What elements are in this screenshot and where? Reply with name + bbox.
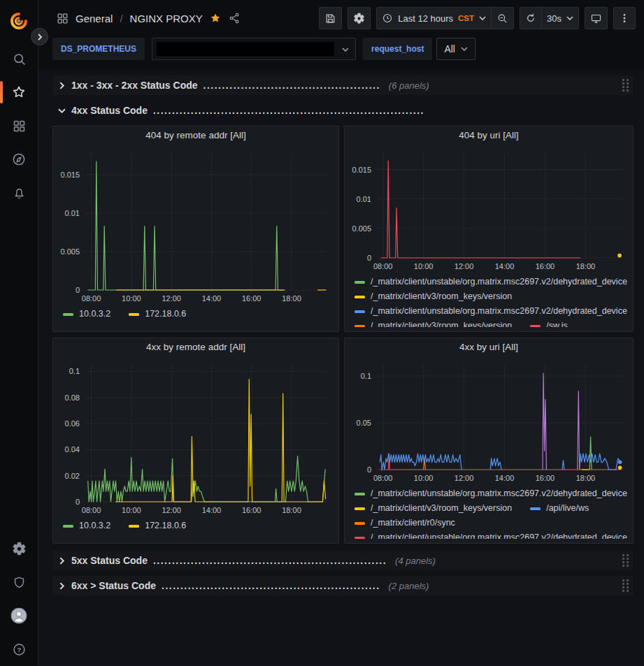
svg-text:08:00: 08:00 — [82, 506, 101, 514]
panel-legend: /_matrix/client/unstable/org.matrix.msc2… — [345, 273, 633, 327]
timeseries-chart[interactable]: 00.050.108:0010:0012:0014:0016:0018:00 — [345, 358, 633, 485]
legend-item[interactable]: /_matrix/client/unstable/org.matrix.msc2… — [355, 275, 627, 289]
legend-label: /_matrix/client/unstable/org.matrix.msc2… — [371, 530, 627, 539]
svg-text:12:00: 12:00 — [455, 474, 474, 482]
dashboard-row-5xx[interactable]: 5xx Status Code ........................… — [52, 551, 634, 570]
row-drag-handle[interactable] — [622, 78, 629, 92]
dashboard-chrome: General / NGINX PROXY — [38, 0, 644, 70]
legend-item[interactable]: /_matrix/client/unstable/org.matrix.msc2… — [355, 530, 627, 539]
chevron-down-icon — [342, 48, 349, 52]
sidebar-item-dashboards[interactable] — [0, 109, 38, 143]
datasource-variable-select[interactable] — [152, 38, 356, 60]
gear-icon — [12, 542, 27, 556]
svg-text:10:00: 10:00 — [122, 506, 141, 514]
dashboard-settings-button[interactable] — [348, 7, 371, 29]
sidebar-item-profile[interactable] — [0, 599, 38, 632]
sidebar-item-configuration[interactable] — [0, 532, 38, 565]
dashboard-row-6xx[interactable]: 6xx > Status Code ......................… — [52, 576, 634, 595]
monitor-icon — [590, 13, 602, 24]
timeseries-chart[interactable]: 00.020.040.060.080.108:0010:0012:0014:00… — [53, 358, 338, 517]
panel-title[interactable]: 404 by remote addr [All] — [53, 130, 338, 146]
legend-item[interactable]: /_matrix/client/r0/sync — [355, 516, 455, 530]
svg-text:12:00: 12:00 — [455, 262, 474, 270]
legend-label: /_matrix/client/r0/sync — [371, 516, 455, 530]
legend-item[interactable]: 10.0.3.2 — [63, 307, 110, 321]
tv-mode-button[interactable] — [585, 7, 608, 29]
sidebar-item-server-admin[interactable] — [0, 565, 38, 599]
kebab-icon — [619, 13, 630, 24]
dashboard-row-4xx[interactable]: 4xx Status Code ........................… — [52, 101, 634, 120]
sidebar-item-alerting[interactable] — [0, 176, 38, 210]
row-dots: ........................................… — [153, 555, 387, 566]
svg-text:08:00: 08:00 — [373, 474, 393, 482]
drag-dots-icon — [622, 78, 629, 92]
gear-icon — [353, 13, 365, 24]
svg-text:?: ? — [17, 646, 20, 653]
help-icon: ? — [12, 642, 27, 657]
row-title: 1xx - 3xx - 2xx Status Code — [71, 80, 198, 91]
dashboard-row-1xx-3xx-2xx[interactable]: 1xx - 3xx - 2xx Status Code ............… — [52, 75, 634, 95]
grafana-logo-icon — [8, 10, 29, 31]
kebab-menu-button[interactable] — [613, 7, 636, 29]
refresh-button[interactable] — [520, 7, 542, 29]
avatar — [10, 607, 28, 625]
breadcrumb: General / NGINX PROXY — [56, 12, 241, 25]
timeseries-chart[interactable]: 00.0050.010.01508:0010:0012:0014:0016:00… — [53, 146, 338, 305]
svg-text:0: 0 — [367, 465, 371, 474]
legend-item[interactable]: /_matrix/client/unstable/org.matrix.msc2… — [355, 304, 627, 319]
row-panel-count: (4 panels) — [395, 556, 436, 566]
legend-label: 10.0.3.2 — [79, 519, 110, 533]
svg-text:0.08: 0.08 — [65, 393, 80, 402]
legend-item[interactable]: 172.18.0.6 — [129, 519, 186, 533]
legend-item[interactable]: /sw.js — [530, 319, 568, 327]
sidebar-item-help[interactable]: ? — [0, 632, 38, 666]
legend-item[interactable]: /_matrix/client/v3/room_keys/version — [355, 319, 512, 327]
svg-text:12:00: 12:00 — [162, 294, 181, 303]
legend-item[interactable]: /_matrix/client/v3/room_keys/version — [355, 501, 512, 516]
submenu: DS_PROMETHEUS request_host All — [38, 36, 644, 66]
legend-label: /_matrix/client/unstable/org.matrix.msc2… — [371, 304, 627, 319]
legend-item[interactable]: /api/live/ws — [530, 501, 589, 516]
row-drag-handle[interactable] — [622, 579, 629, 593]
svg-text:0.02: 0.02 — [65, 472, 80, 480]
row-dots: ........................................… — [153, 105, 424, 116]
share-icon[interactable] — [228, 12, 241, 24]
sidebar-item-starred[interactable] — [0, 75, 38, 109]
panel-title[interactable]: 4xx by uri [All] — [345, 342, 633, 358]
svg-text:0.005: 0.005 — [352, 224, 371, 233]
legend-swatch — [530, 507, 541, 510]
svg-text:12:00: 12:00 — [162, 506, 181, 514]
expand-sidebar-button[interactable] — [31, 28, 48, 45]
timezone-label: CST — [458, 14, 474, 22]
toolbar: Last 12 hours CST — [319, 7, 636, 29]
timeseries-chart[interactable]: 00.0050.010.01508:0010:0012:0014:0016:00… — [345, 146, 633, 273]
svg-text:16:00: 16:00 — [242, 506, 262, 514]
svg-text:08:00: 08:00 — [373, 262, 393, 270]
favorite-star-icon[interactable] — [209, 12, 222, 24]
zoom-out-icon — [496, 13, 508, 24]
breadcrumb-section[interactable]: General — [76, 13, 113, 24]
svg-text:08:00: 08:00 — [82, 294, 101, 303]
request-host-variable-select[interactable]: All — [436, 38, 475, 60]
legend-swatch — [355, 325, 365, 328]
sidebar-item-explore[interactable] — [0, 143, 38, 176]
chevron-right-icon — [36, 34, 43, 41]
svg-text:16:00: 16:00 — [536, 474, 555, 482]
legend-item[interactable]: 10.0.3.2 — [63, 519, 110, 533]
row-drag-handle[interactable] — [622, 553, 629, 567]
legend-item[interactable]: /_matrix/client/unstable/org.matrix.msc2… — [355, 486, 627, 501]
sidebar-spacer — [0, 210, 38, 532]
svg-text:18:00: 18:00 — [282, 294, 301, 303]
panel-title[interactable]: 4xx by remote addr [All] — [53, 342, 338, 358]
legend-item[interactable]: /_matrix/client/v3/room_keys/version — [355, 289, 512, 304]
legend-label: 172.18.0.6 — [145, 307, 186, 321]
panel-title[interactable]: 404 by uri [All] — [345, 130, 633, 146]
svg-text:0.05: 0.05 — [357, 419, 371, 427]
legend-item[interactable]: 172.18.0.6 — [129, 307, 186, 321]
zoom-out-time-button[interactable] — [492, 7, 514, 29]
sidebar-item-search[interactable] — [0, 42, 38, 75]
time-range-picker[interactable]: Last 12 hours CST — [376, 7, 492, 29]
chevron-down-icon — [479, 16, 486, 20]
save-dashboard-button[interactable] — [319, 7, 342, 29]
refresh-interval-picker[interactable]: 30s — [542, 7, 579, 29]
